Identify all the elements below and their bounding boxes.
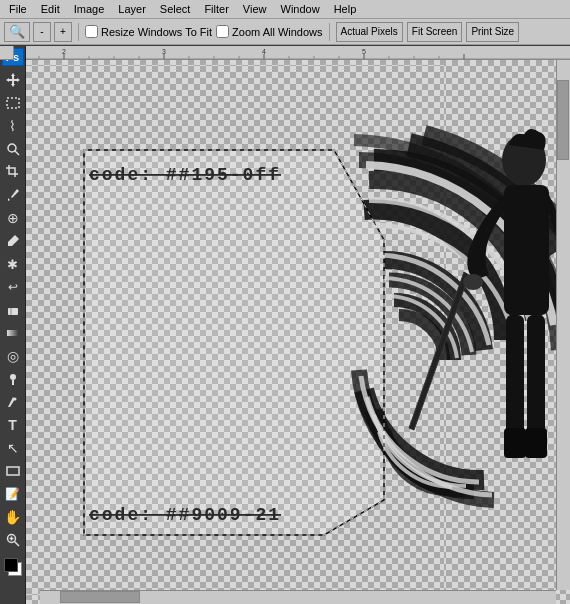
code-text-top: code: ##195-0ff <box>89 165 281 185</box>
svg-point-57 <box>13 398 16 401</box>
color-swatches[interactable] <box>2 556 24 578</box>
gradient-tool[interactable] <box>2 322 24 344</box>
scrollbar-h-thumb[interactable] <box>60 591 140 603</box>
toolbar-separator-1 <box>78 23 79 41</box>
svg-point-74 <box>463 274 483 290</box>
move-tool[interactable] <box>2 69 24 91</box>
zoom-plus-btn[interactable]: + <box>54 22 72 42</box>
menu-file[interactable]: File <box>4 2 32 16</box>
history-brush-tool[interactable]: ↩ <box>2 276 24 298</box>
fit-screen-btn[interactable]: Fit Screen <box>407 22 463 42</box>
menu-layer[interactable]: Layer <box>113 2 151 16</box>
scrollbar-vertical[interactable] <box>556 60 570 590</box>
menu-view[interactable]: View <box>238 2 272 16</box>
svg-rect-0 <box>14 46 570 59</box>
shape-tool[interactable] <box>2 460 24 482</box>
zoom-controls: 🔍 - + <box>4 22 72 42</box>
pen-tool[interactable] <box>2 391 24 413</box>
svg-text:2: 2 <box>62 48 66 55</box>
menu-window[interactable]: Window <box>276 2 325 16</box>
blur-tool[interactable]: ◎ <box>2 345 24 367</box>
svg-point-55 <box>10 374 16 380</box>
svg-rect-71 <box>527 315 545 435</box>
svg-rect-54 <box>7 330 19 336</box>
svg-rect-72 <box>504 428 526 458</box>
eraser-tool[interactable] <box>2 299 24 321</box>
svg-rect-73 <box>525 428 547 458</box>
scrollbar-horizontal[interactable] <box>40 590 556 604</box>
menu-select[interactable]: Select <box>155 2 196 16</box>
zoom-magnifier[interactable]: 🔍 <box>4 22 30 42</box>
path-selection-tool[interactable]: ↖ <box>2 437 24 459</box>
svg-rect-52 <box>8 308 18 315</box>
svg-rect-70 <box>506 315 524 435</box>
svg-rect-58 <box>7 467 19 475</box>
quick-selection-tool[interactable] <box>2 138 24 160</box>
canvas-area: code: ##195-0ff code: ##9009-21 <box>14 60 570 604</box>
svg-text:3: 3 <box>162 48 166 55</box>
healing-brush-tool[interactable]: ⊕ <box>2 207 24 229</box>
hand-tool[interactable]: ✋ <box>2 506 24 528</box>
code-text-bottom: code: ##9009-21 <box>89 505 281 525</box>
svg-line-51 <box>15 151 19 155</box>
actual-pixels-btn[interactable]: Actual Pixels <box>336 22 403 42</box>
scrollbar-v-thumb[interactable] <box>557 80 569 160</box>
artwork-svg: code: ##195-0ff code: ##9009-21 <box>14 60 570 604</box>
svg-rect-49 <box>7 98 19 108</box>
svg-text:4: 4 <box>262 48 266 55</box>
dodge-tool[interactable] <box>2 368 24 390</box>
foreground-color[interactable] <box>4 558 18 572</box>
brush-tool[interactable] <box>2 230 24 252</box>
menu-bar: File Edit Image Layer Select Filter View… <box>0 0 570 19</box>
notes-tool[interactable]: 📝 <box>2 483 24 505</box>
svg-text:5: 5 <box>362 48 366 55</box>
zoom-minus-btn[interactable]: - <box>33 22 51 42</box>
menu-edit[interactable]: Edit <box>36 2 65 16</box>
eyedropper-tool[interactable] <box>2 184 24 206</box>
ruler-h-svg: 2 3 4 5 <box>14 46 570 59</box>
zoom-all-checkbox[interactable] <box>216 25 229 38</box>
toolbar-separator-2 <box>329 23 330 41</box>
menu-filter[interactable]: Filter <box>199 2 233 16</box>
svg-rect-69 <box>504 185 549 315</box>
svg-point-50 <box>8 144 16 152</box>
rectangular-marquee-tool[interactable] <box>2 92 24 114</box>
tools-panel: Ps ⌇ ⊕ ✱ ↩ ◎ T ↖ <box>0 46 26 604</box>
clone-stamp-tool[interactable]: ✱ <box>2 253 24 275</box>
options-toolbar: 🔍 - + Resize Windows To Fit Zoom All Win… <box>0 19 570 45</box>
menu-image[interactable]: Image <box>69 2 110 16</box>
svg-line-60 <box>14 542 19 547</box>
zoom-tool[interactable] <box>2 529 24 551</box>
lasso-tool[interactable]: ⌇ <box>2 115 24 137</box>
resize-windows-checkbox[interactable] <box>85 25 98 38</box>
zoom-all-label[interactable]: Zoom All Windows <box>216 25 322 38</box>
ruler-corner <box>0 46 14 60</box>
resize-windows-label[interactable]: Resize Windows To Fit <box>85 25 212 38</box>
menu-help[interactable]: Help <box>329 2 362 16</box>
print-size-btn[interactable]: Print Size <box>466 22 519 42</box>
crop-tool[interactable] <box>2 161 24 183</box>
ruler-horizontal: 2 3 4 5 <box>14 46 570 60</box>
type-tool[interactable]: T <box>2 414 24 436</box>
svg-marker-67 <box>84 150 384 535</box>
